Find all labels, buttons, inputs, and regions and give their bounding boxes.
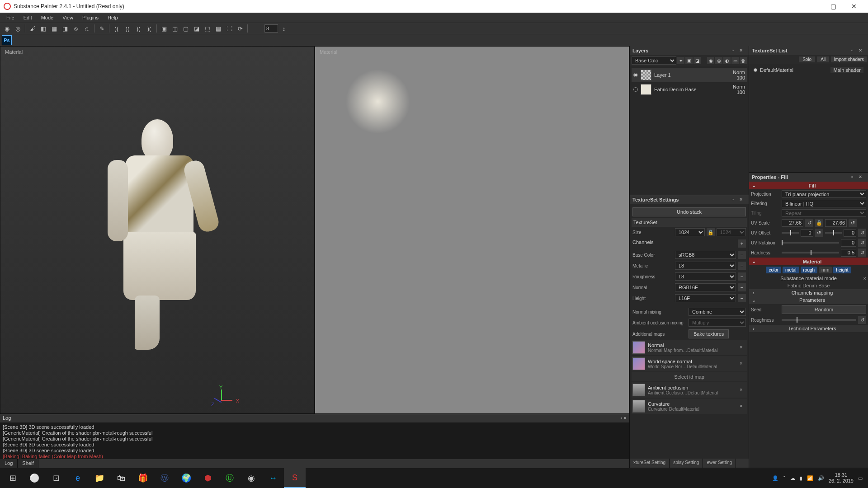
technical-params-header[interactable]: ›Technical Parameters — [749, 325, 868, 332]
remove-map-icon[interactable]: × — [740, 344, 746, 351]
app-icon-4[interactable]: ⬢ — [197, 468, 219, 488]
filtering-select[interactable]: Bilinear | HQ — [782, 200, 866, 207]
misc-icon[interactable]: ⟳ — [235, 23, 245, 33]
tray-chevron-icon[interactable]: ˄ — [783, 475, 786, 481]
explorer-icon[interactable]: 📁 — [89, 468, 110, 488]
all-button[interactable]: All — [817, 56, 829, 62]
lock-icon[interactable]: 🔒 — [815, 219, 823, 227]
remove-map-icon[interactable]: × — [740, 403, 746, 409]
wifi-icon[interactable]: 📶 — [807, 475, 813, 481]
uvoffset-x-slider[interactable] — [782, 232, 799, 234]
teamviewer-icon[interactable]: ↔ — [262, 468, 284, 488]
picker-icon[interactable]: ✎ — [97, 23, 107, 33]
matmode-close-icon[interactable]: × — [863, 276, 866, 281]
add-paint-icon[interactable]: ◎ — [715, 57, 722, 64]
remove-map-icon[interactable]: × — [740, 361, 746, 367]
map-row[interactable]: NormalNormal Map from…DefaultMaterial× — [632, 340, 747, 355]
persp-icon[interactable]: ◪ — [192, 23, 202, 33]
normal-mixing-select[interactable]: Combine — [689, 308, 746, 316]
fullscreen-icon[interactable]: ⛶ — [224, 23, 234, 33]
log-body[interactable]: [Scene 3D] 3D scene successfully loaded … — [0, 422, 629, 459]
uvrot-input[interactable] — [841, 239, 856, 247]
sym-y-icon[interactable]: )( — [123, 23, 132, 33]
reset-icon[interactable]: ↺ — [858, 239, 866, 247]
import-shaders-button[interactable]: Import shaders — [831, 56, 867, 62]
app-icon-5[interactable]: Ⓤ — [219, 468, 241, 488]
layer-row[interactable]: Fabric Denim Base Norm100 — [632, 82, 747, 97]
taskbar-clock[interactable]: 18:3126. 2. 2019 — [829, 472, 854, 484]
app-icon-2[interactable]: Ⓦ — [154, 468, 175, 488]
textureset-row[interactable]: DefaultMaterial Main shader — [751, 66, 866, 75]
fill-section-header[interactable]: ⌄Fill — [749, 182, 868, 189]
channel-fmt[interactable]: L8 — [675, 272, 736, 281]
notifications-icon[interactable]: ▭ — [858, 475, 863, 481]
panel-close-icon[interactable]: × — [740, 197, 746, 203]
log-close-icon[interactable]: × — [624, 415, 627, 421]
layer-name[interactable]: Layer 1 — [654, 72, 730, 78]
channel-select[interactable]: Base Colc — [632, 56, 676, 65]
add-folder-icon[interactable]: ▭ — [731, 57, 739, 64]
menu-view[interactable]: View — [58, 14, 78, 22]
toggle-rough[interactable]: rough — [801, 267, 818, 273]
channel-fmt[interactable]: L16F — [675, 294, 736, 302]
channel-fmt[interactable]: RGB16F — [675, 283, 736, 291]
lock-icon[interactable]: 🔒 — [707, 228, 715, 236]
projection-select[interactable]: Tri-planar projection — [782, 190, 866, 198]
orbit-icon[interactable]: ◉ — [2, 23, 12, 33]
map-row[interactable]: World space normalWorld Space Nor…Defaul… — [632, 356, 747, 371]
uvoffset-y-input[interactable] — [844, 229, 856, 237]
size-select-1[interactable]: 1024 — [675, 228, 705, 236]
add-channel-icon[interactable]: + — [738, 239, 746, 248]
layout-icon[interactable]: ▤ — [213, 23, 223, 33]
layer-name[interactable]: Fabric Denim Base — [654, 87, 730, 92]
reset-icon[interactable]: ↺ — [858, 249, 866, 257]
layer-effect-icon[interactable]: ✦ — [677, 57, 684, 64]
brush-size-input[interactable] — [264, 24, 278, 33]
material-section-header[interactable]: ⌄Material — [749, 258, 868, 265]
reset-icon[interactable]: ↺ — [858, 229, 866, 237]
toggle-height[interactable]: height — [833, 267, 851, 273]
tab-display-settings[interactable]: splay Setting — [670, 459, 703, 468]
panel-close-icon[interactable]: × — [859, 174, 865, 180]
app-icon-3[interactable]: 🌍 — [175, 468, 197, 488]
panel-undock-icon[interactable]: ▫ — [851, 174, 858, 180]
brush-size-stepper-icon[interactable]: ↕ — [279, 23, 289, 33]
panel-close-icon[interactable]: × — [859, 47, 865, 54]
eraser-icon[interactable]: ◧ — [38, 23, 48, 33]
view-3d-icon[interactable]: ▢ — [181, 23, 191, 33]
brush-icon[interactable]: 🖌 — [28, 23, 38, 33]
delete-layer-icon[interactable]: 🗑 — [740, 57, 747, 64]
panel-close-icon[interactable]: × — [740, 47, 746, 54]
layer-visibility-toggle[interactable] — [633, 87, 638, 92]
remove-channel-icon[interactable]: − — [738, 262, 746, 270]
uvrot-slider[interactable] — [782, 242, 839, 244]
add-adjust-icon[interactable]: ◐ — [723, 57, 731, 64]
channels-mapping-header[interactable]: ›Channels mapping — [749, 289, 868, 296]
store-icon[interactable]: 🛍 — [110, 468, 132, 488]
battery-icon[interactable]: ▮ — [800, 475, 802, 481]
layer-row[interactable]: Layer 1 Norm100 — [632, 68, 747, 82]
menu-help[interactable]: Help — [103, 14, 123, 22]
tab-viewer-settings[interactable]: ewer Setting — [703, 459, 736, 468]
task-view-icon[interactable]: ⊡ — [45, 468, 67, 488]
viewport-3d[interactable]: Material Y X Z — [0, 46, 315, 414]
volume-icon[interactable]: 🔊 — [818, 475, 824, 481]
clone-icon[interactable]: ⎌ — [82, 23, 92, 33]
reset-icon[interactable]: ↺ — [849, 219, 857, 227]
undo-stack-button[interactable]: Undo stack — [632, 207, 746, 216]
uvoffset-y-slider[interactable] — [825, 232, 842, 234]
people-icon[interactable]: 👤 — [772, 475, 778, 481]
hardness-slider[interactable] — [782, 252, 839, 253]
toggle-metal[interactable]: metal — [783, 267, 799, 273]
viewport-2d[interactable]: Material — [315, 46, 629, 414]
edge-icon[interactable]: e — [67, 468, 89, 488]
app-icon-1[interactable]: 🎁 — [132, 468, 154, 488]
panel-undock-icon[interactable]: ▫ — [732, 197, 738, 203]
menu-plugins[interactable]: Plugins — [78, 14, 103, 22]
add-fill-icon[interactable]: ◉ — [707, 57, 714, 64]
parameters-header[interactable]: ⌄Parameters — [749, 296, 868, 304]
log-undock-icon[interactable]: ▫ — [621, 415, 623, 421]
photoshop-link-icon[interactable]: Ps — [2, 35, 12, 45]
shader-select[interactable]: Main shader — [830, 67, 863, 73]
textureset-visibility[interactable] — [754, 68, 757, 72]
